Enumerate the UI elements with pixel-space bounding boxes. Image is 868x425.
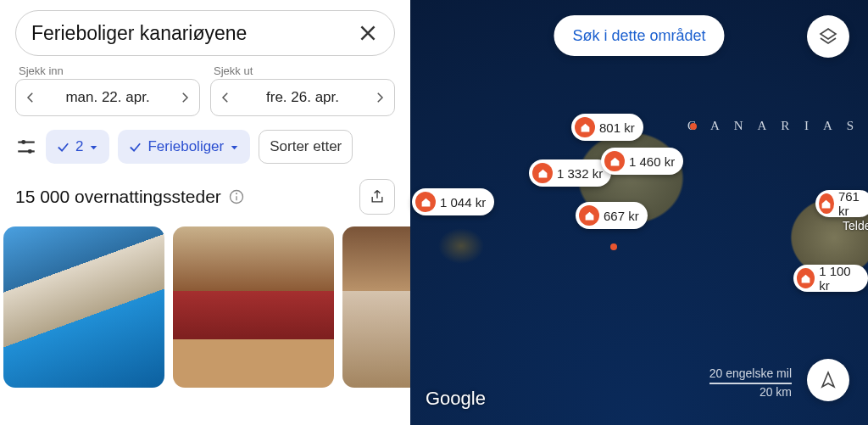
- result-card[interactable]: [173, 226, 334, 388]
- region-label: C A N A R I A S: [687, 119, 860, 133]
- house-icon: [415, 192, 436, 212]
- result-card[interactable]: [3, 226, 164, 388]
- svg-point-6: [236, 193, 236, 194]
- chevron-left-icon[interactable]: [218, 90, 233, 105]
- filter-chips: 2 Ferieboliger Sorter etter: [0, 126, 410, 179]
- check-out[interactable]: Sjekk ut fre. 26. apr.: [210, 64, 395, 116]
- map-marker-dot: [690, 123, 697, 130]
- date-row: Sjekk inn man. 22. apr. Sjekk ut fre. 26…: [0, 64, 410, 126]
- chevron-right-icon[interactable]: [177, 90, 192, 105]
- map-scale: 20 engelske mil 20 km: [709, 366, 792, 400]
- search-this-area-button[interactable]: Søk i dette området: [554, 15, 724, 56]
- pin-price: 1 044 kr: [440, 195, 486, 210]
- pin-price: 667 kr: [604, 209, 639, 223]
- info-icon[interactable]: [228, 188, 245, 205]
- clear-search-icon[interactable]: [357, 22, 379, 44]
- type-label: Ferieboliger: [147, 138, 224, 155]
- house-icon: [575, 117, 595, 137]
- layers-button[interactable]: [807, 15, 849, 58]
- sort-label: Sorter etter: [270, 138, 342, 155]
- search-bar[interactable]: [15, 10, 395, 56]
- city-label: Telde: [843, 219, 868, 232]
- navigation-icon: [818, 370, 838, 390]
- map-attribution: Google: [426, 388, 486, 410]
- check-in-label: Sjekk inn: [19, 64, 200, 77]
- result-card[interactable]: 1 001 kr: [342, 226, 410, 388]
- guests-chip[interactable]: 2: [46, 130, 109, 164]
- guests-count: 2: [75, 138, 83, 155]
- layers-icon: [818, 26, 838, 47]
- pin-price: 761 kr: [838, 189, 865, 218]
- check-out-label: Sjekk ut: [214, 64, 395, 77]
- house-icon: [797, 268, 815, 288]
- chevron-right-icon[interactable]: [372, 90, 387, 105]
- price-pin[interactable]: 1 460 kr: [601, 148, 683, 175]
- house-icon: [604, 151, 625, 171]
- search-input[interactable]: [31, 22, 357, 45]
- price-pin[interactable]: 1 044 kr: [412, 188, 494, 215]
- svg-point-1: [21, 140, 25, 144]
- pin-price: 1 332 kr: [557, 166, 603, 181]
- check-icon: [128, 140, 142, 154]
- price-pin[interactable]: 761 kr: [815, 190, 868, 217]
- share-icon: [369, 188, 386, 205]
- check-in-value: man. 22. apr.: [65, 89, 149, 106]
- price-pin[interactable]: 1 332 kr: [529, 159, 611, 187]
- type-chip[interactable]: Ferieboliger: [118, 130, 250, 164]
- locate-button[interactable]: [807, 359, 849, 401]
- house-icon: [532, 163, 553, 183]
- sort-chip[interactable]: Sorter etter: [259, 130, 353, 164]
- house-icon: [579, 205, 599, 226]
- pin-price: 801 kr: [599, 120, 635, 135]
- results-count: 15 000 overnattingssteder: [15, 187, 221, 207]
- share-button[interactable]: [359, 179, 395, 215]
- check-icon: [56, 140, 70, 154]
- check-in[interactable]: Sjekk inn man. 22. apr.: [15, 64, 200, 116]
- svg-point-3: [28, 149, 32, 154]
- pin-price: 1 460 kr: [629, 154, 675, 169]
- price-pin[interactable]: 667 kr: [576, 202, 648, 229]
- dropdown-icon: [88, 142, 99, 153]
- dropdown-icon: [229, 142, 240, 153]
- chevron-left-icon[interactable]: [23, 90, 38, 105]
- result-header: 15 000 overnattingssteder: [0, 179, 410, 226]
- map[interactable]: Søk i dette området C A N A R I A S Teld…: [410, 0, 868, 425]
- tune-icon[interactable]: [15, 136, 37, 158]
- price-pin[interactable]: 1 100 kr: [793, 265, 868, 292]
- price-pin[interactable]: 801 kr: [571, 114, 643, 141]
- result-cards[interactable]: 1 001 kr: [0, 226, 410, 425]
- results-panel: Sjekk inn man. 22. apr. Sjekk ut fre. 26…: [0, 0, 410, 425]
- map-marker-dot: [610, 243, 617, 250]
- check-out-value: fre. 26. apr.: [266, 89, 339, 106]
- house-icon: [819, 193, 834, 214]
- pin-price: 1 100 kr: [819, 264, 860, 293]
